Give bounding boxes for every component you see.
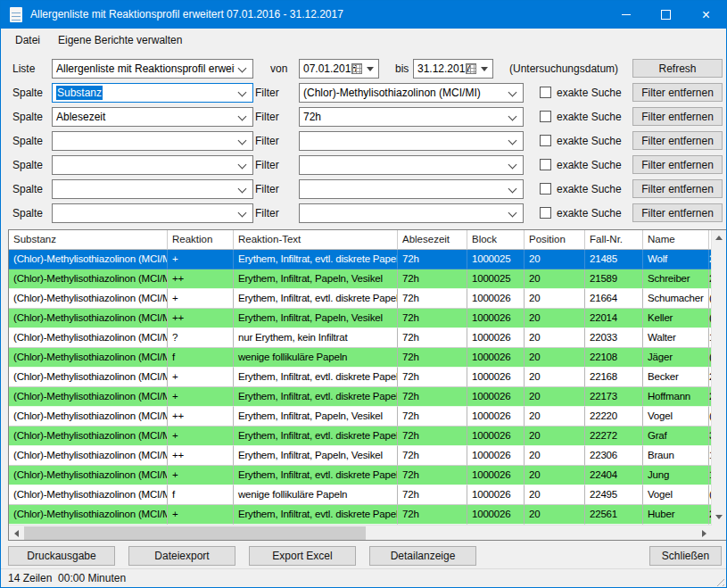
filter-entfernen-button[interactable]: Filter entfernen — [632, 155, 723, 174]
chevron-down-icon — [238, 112, 247, 121]
cell-reaktion: f — [168, 348, 234, 368]
filter-entfernen-button[interactable]: Filter entfernen — [632, 203, 723, 222]
table-row[interactable]: (Chlor)-Methylisothiazolinon (MCI/MI) ++… — [9, 446, 712, 466]
spalte-label: Spalte — [12, 155, 43, 175]
table-row[interactable]: (Chlor)-Methylisothiazolinon (MCI/MI) f … — [9, 348, 712, 368]
col-header-name[interactable]: Name — [643, 230, 709, 250]
table-row[interactable]: (Chlor)-Methylisothiazolinon (MCI/MI) ++… — [9, 269, 712, 289]
cell-substanz: (Chlor)-Methylisothiazolinon (MCI/MI) — [9, 368, 168, 387]
cell-reaktion: ++ — [168, 446, 234, 466]
detailanzeige-button[interactable]: Detailanzeige — [369, 546, 476, 566]
cell-reaktion: + — [168, 368, 234, 387]
exakte-suche-label: exakte Suche — [557, 203, 622, 223]
exakte-suche-checkbox[interactable] — [540, 207, 551, 219]
vertical-scrollbar[interactable] — [711, 230, 726, 525]
filter-combobox[interactable]: 72h — [299, 107, 524, 127]
menu-eigene-berichte[interactable]: Eigene Berichte verwalten — [49, 29, 191, 52]
filter-combobox[interactable] — [299, 203, 524, 223]
cell-name: Graf — [643, 427, 709, 446]
filter-label: Filter — [255, 107, 279, 127]
table-row[interactable]: (Chlor)-Methylisothiazolinon (MCI/MI) ? … — [9, 328, 712, 348]
cell-ablesezeit: 72h — [398, 485, 467, 505]
col-header-ablesezeit[interactable]: Ablesezeit — [398, 230, 467, 250]
col-header-block[interactable]: Block — [467, 230, 525, 250]
resize-grip[interactable] — [714, 576, 724, 586]
spalte-combobox[interactable]: Ablesezeit — [52, 107, 253, 127]
table-row[interactable]: (Chlor)-Methylisothiazolinon (MCI/MI) + … — [9, 505, 712, 525]
spalte-combobox[interactable]: Substanz — [52, 83, 253, 103]
horizontal-scrollbar-thumb[interactable] — [24, 526, 366, 540]
filter-combobox[interactable] — [299, 155, 524, 175]
export-excel-button[interactable]: Export Excel — [249, 546, 356, 566]
cell-position: 20 — [525, 427, 585, 446]
liste-value: Allergenliste mit Reaktionsprofil erweit… — [56, 60, 235, 78]
table-row[interactable]: (Chlor)-Methylisothiazolinon (MCI/MI) f … — [9, 485, 712, 505]
table-row[interactable]: (Chlor)-Methylisothiazolinon (MCI/MI) + … — [9, 368, 712, 387]
cell-reaktion-text: Erythem, Infiltrat, evtl. diskrete Papel… — [234, 387, 398, 407]
cell-fall-nr: 22561 — [585, 505, 643, 525]
filter-entfernen-button[interactable]: Filter entfernen — [632, 83, 723, 102]
table-row[interactable]: (Chlor)-Methylisothiazolinon (MCI/MI) + … — [9, 466, 712, 485]
scroll-right-button[interactable] — [697, 526, 712, 540]
table-header: Substanz Reaktion Reaktion-Text Ableseze… — [9, 230, 712, 250]
col-header-reaktion-text[interactable]: Reaktion-Text — [234, 230, 398, 250]
filter-combobox[interactable]: (Chlor)-Methylisothiazolinon (MCI/MI) — [299, 83, 524, 103]
dateiexport-button[interactable]: Dateiexport — [128, 546, 235, 566]
cell-ablesezeit: 72h — [398, 269, 467, 289]
cell-fall-nr: 22168 — [585, 368, 643, 387]
cell-reaktion: ++ — [168, 309, 234, 328]
exakte-suche-checkbox[interactable] — [540, 135, 551, 146]
col-header-substanz[interactable]: Substanz — [9, 230, 168, 250]
spalte-combobox[interactable] — [52, 179, 253, 199]
exakte-suche-checkbox[interactable] — [540, 111, 551, 122]
maximize-button[interactable] — [646, 1, 686, 29]
cell-substanz: (Chlor)-Methylisothiazolinon (MCI/MI) — [9, 269, 168, 289]
spalte-combobox[interactable] — [52, 203, 253, 223]
bis-label: bis — [395, 59, 409, 79]
cell-fall-nr: 22014 — [585, 309, 643, 328]
table-row[interactable]: (Chlor)-Methylisothiazolinon (MCI/MI) + … — [9, 250, 712, 269]
exakte-suche-checkbox[interactable] — [540, 183, 551, 195]
filter-entfernen-button[interactable]: Filter entfernen — [632, 179, 723, 198]
cell-position: 20 — [525, 387, 585, 407]
maximize-icon — [661, 10, 671, 20]
von-date-field[interactable]: 07.01.2016 — [299, 59, 379, 79]
table-row[interactable]: (Chlor)-Methylisothiazolinon (MCI/MI) + … — [9, 427, 712, 446]
minimize-button[interactable] — [606, 1, 646, 29]
table-row[interactable]: (Chlor)-Methylisothiazolinon (MCI/MI) + … — [9, 387, 712, 407]
filter-entfernen-button[interactable]: Filter entfernen — [632, 131, 723, 150]
refresh-button[interactable]: Refresh — [632, 59, 723, 78]
cell-block: 1000026 — [467, 348, 525, 368]
exakte-suche-checkbox[interactable] — [540, 159, 551, 170]
cell-position: 20 — [525, 446, 585, 466]
liste-combobox[interactable]: Allergenliste mit Reaktionsprofil erweit… — [52, 59, 253, 79]
filter-label: Filter — [255, 179, 279, 199]
chevron-down-icon — [238, 185, 247, 194]
col-header-position[interactable]: Position — [525, 230, 585, 250]
bis-date-field[interactable]: 31.12.2017 — [413, 59, 493, 79]
druckausgabe-button[interactable]: Druckausgabe — [8, 546, 115, 566]
horizontal-scrollbar[interactable] — [9, 525, 712, 540]
scroll-up-button[interactable] — [712, 230, 726, 245]
cell-name: Huber — [643, 505, 709, 525]
schliessen-button[interactable]: Schließen — [649, 546, 722, 566]
close-button[interactable]: × — [686, 1, 726, 29]
minimize-icon — [622, 14, 631, 15]
filter-combobox[interactable] — [299, 131, 524, 151]
cell-name: Jäger — [643, 348, 709, 368]
cell-fall-nr: 22306 — [585, 446, 643, 466]
cell-block: 1000026 — [467, 309, 525, 328]
scroll-left-button[interactable] — [9, 526, 24, 540]
table-row[interactable]: (Chlor)-Methylisothiazolinon (MCI/MI) + … — [9, 289, 712, 309]
spalte-combobox[interactable] — [52, 155, 253, 175]
col-header-fall-nr[interactable]: Fall-Nr. — [585, 230, 643, 250]
spalte-combobox[interactable] — [52, 131, 253, 151]
filter-combobox[interactable] — [299, 179, 524, 199]
scroll-down-button[interactable] — [712, 509, 726, 525]
col-header-reaktion[interactable]: Reaktion — [168, 230, 234, 250]
filter-entfernen-button[interactable]: Filter entfernen — [632, 107, 723, 126]
table-row[interactable]: (Chlor)-Methylisothiazolinon (MCI/MI) ++… — [9, 309, 712, 328]
menu-datei[interactable]: Datei — [6, 29, 49, 52]
table-row[interactable]: (Chlor)-Methylisothiazolinon (MCI/MI) ++… — [9, 407, 712, 427]
exakte-suche-checkbox[interactable] — [540, 87, 551, 98]
